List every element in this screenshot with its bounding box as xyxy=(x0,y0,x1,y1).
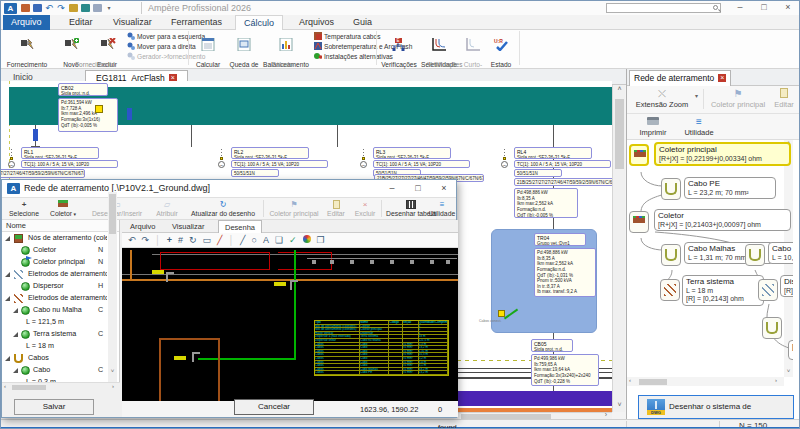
dialog-maximize-button[interactable]: □ xyxy=(406,180,430,197)
node-terra-sistema[interactable]: Terra sistemaL = 18 m [R] = [0,2143] ohm xyxy=(682,275,764,306)
rl1-ct-label[interactable]: TC[1]: 100 A / 5 A; 15 VA; 10P20 xyxy=(21,160,118,168)
node-coletor[interactable]: Coletor[R+jX] = [0,21403+j0,00097] ohm xyxy=(654,209,791,231)
grounding-tree[interactable]: Nome Nós de aterramento (cole...ColetorN… xyxy=(2,220,120,390)
graph-horizontal-scrollbar[interactable]: ‹› xyxy=(627,377,784,386)
rl2-functions-label[interactable]: 50/51/51N xyxy=(231,169,279,177)
balanceamento-button[interactable]: Balanceamento de rede xyxy=(261,31,311,61)
undo-icon[interactable]: ↶ xyxy=(43,3,55,14)
imprimir-button[interactable]: Imprimir xyxy=(633,116,673,137)
scroll-thumb[interactable] xyxy=(615,99,624,169)
excluir-fornecimento-button[interactable]: Excluir fornecimento xyxy=(89,31,125,61)
pan-icon[interactable]: + xyxy=(167,235,172,245)
utilidade-button[interactable]: ≡Utilidade xyxy=(424,199,460,219)
tr04-info-box[interactable]: Pd:498,886 kW Ib:8,35 A Ikm max:2,562 kA… xyxy=(534,248,596,297)
cb02-label[interactable]: CB02Sigla prot.:n.d. xyxy=(58,83,108,96)
coletor-button[interactable]: Coletor ▾ xyxy=(46,199,80,219)
breaker-symbol[interactable] xyxy=(127,108,132,120)
expander-icon[interactable] xyxy=(5,356,10,361)
close-button[interactable]: × xyxy=(777,1,799,14)
cabo-icon[interactable] xyxy=(745,244,765,266)
cabo-malhas-icon[interactable] xyxy=(661,244,681,266)
expander-icon[interactable] xyxy=(13,332,18,337)
qat-dropdown-icon[interactable]: ▾ xyxy=(103,3,115,14)
cb05-info-box[interactable]: Pd:499,986 kW Ib:759,65 A Ikm max:19,64 … xyxy=(531,354,599,386)
rl3-label[interactable]: RL3Sigla prot.:SF2-36-31,5k-F xyxy=(373,147,451,159)
rl2-ct-label[interactable]: TC[1]: 100 A / 5 A; 15 VA; 10P20 xyxy=(231,160,328,168)
tree-item[interactable]: ColetorN xyxy=(2,244,107,256)
paste-icon[interactable]: ❐ xyxy=(317,235,325,245)
zoom-window-icon[interactable]: # xyxy=(178,235,183,245)
novo-fornecimento-button[interactable]: Novo Fornecimento xyxy=(53,31,89,61)
tree-item[interactable]: L = 18 m xyxy=(2,340,107,352)
node-dispersor[interactable]: Disp[R] = xyxy=(780,275,793,297)
expander-icon[interactable] xyxy=(13,308,18,313)
line-icon[interactable]: ╱ xyxy=(240,235,245,245)
tab-calculo[interactable]: Cálculo xyxy=(235,15,283,30)
tree-item[interactable]: DispersorH xyxy=(2,280,107,292)
text-icon[interactable]: A xyxy=(263,235,269,245)
search-input[interactable] xyxy=(606,3,721,13)
table-icon[interactable] xyxy=(81,4,90,12)
dropdown-caret-icon[interactable]: ▾ xyxy=(695,92,698,99)
dispersor-icon[interactable] xyxy=(758,279,778,301)
copy-icon[interactable]: ❏ xyxy=(275,235,283,245)
circle-icon[interactable]: ○ xyxy=(252,235,257,245)
rl1-functions-label[interactable]: 21B/25/27/27/27/27/46/47/59/59/2/59N/67N… xyxy=(1,169,85,178)
expander-icon[interactable] xyxy=(13,368,18,373)
rl4-info-box[interactable]: Pd:498,886 kW Ib:8,35 A Ikm max:2,562 kA… xyxy=(514,188,578,218)
rotate-icon[interactable]: ↻ xyxy=(189,235,197,245)
expander-icon[interactable] xyxy=(5,272,10,277)
tree-item[interactable]: Nós de aterramento (cole... xyxy=(2,232,107,244)
rl3-ct-label[interactable]: TC[1]: 100 A / 5 A; 15 VA; 10P20 xyxy=(373,160,470,168)
save-icon[interactable] xyxy=(33,4,42,12)
tab-editar[interactable]: Editar xyxy=(61,15,101,30)
tree-item[interactable]: Coletor principalN xyxy=(2,256,107,268)
node-cabo-pe[interactable]: Cabo PEL = 23,2 m; 70 mm² xyxy=(684,177,776,199)
minimize-button[interactable]: – xyxy=(729,1,751,14)
scroll-right-icon[interactable]: › xyxy=(600,411,612,418)
cabo-icon[interactable] xyxy=(762,317,782,339)
tab-arquivo[interactable]: Arquivo xyxy=(3,15,50,30)
node-cabo[interactable]: CaboL = 10,3 xyxy=(768,242,793,264)
grounding-graph[interactable]: Coletor principal[R+jX] = [0,22199+j0,00… xyxy=(627,140,793,377)
queda-tensao-button[interactable]: Queda de tensão xyxy=(227,31,261,61)
node-fragment[interactable]: [ xyxy=(788,340,793,360)
breaker-symbol[interactable] xyxy=(33,129,38,141)
selection-handle[interactable] xyxy=(498,310,505,317)
tree-item[interactable]: Eletrodos de aterramento... xyxy=(2,292,107,304)
dwg-canvas[interactable]: TipoNomeCódigoSeçãoQuantidade/Compriment… xyxy=(122,248,458,401)
coletor-principal-icon[interactable] xyxy=(629,144,649,166)
verificacoes-button[interactable]: E Verificações xyxy=(379,31,419,61)
expander-icon[interactable] xyxy=(5,296,10,301)
dialog-minimize-button[interactable]: – xyxy=(380,180,404,197)
scroll-up-icon[interactable]: ˄ xyxy=(613,85,626,92)
rl4-functions-label[interactable]: 50/51/51N xyxy=(514,169,562,177)
measure-icon[interactable]: ╱ xyxy=(217,235,222,245)
tree-item[interactable]: CaboC xyxy=(2,364,107,376)
tree-column-nome[interactable]: Nome xyxy=(2,220,120,232)
cb05-label[interactable]: CB05Sigla prot.:n.d. xyxy=(531,339,573,352)
cabo-pe-icon[interactable] xyxy=(661,178,681,200)
tree-item[interactable]: Eletrodos de aterramento... xyxy=(2,268,107,280)
tab-guia[interactable]: Guia xyxy=(345,15,380,30)
tree-horizontal-scrollbar[interactable]: ‹› xyxy=(2,382,120,390)
rl4-label[interactable]: RL4Sigla prot.:SF2-36-31,5k-F xyxy=(514,147,592,159)
tree-vertical-scrollbar[interactable]: ˅ xyxy=(108,192,117,382)
panel-utilidade-button[interactable]: ≡Utilidade xyxy=(679,116,719,137)
cb02-info-box[interactable]: Pd:361,594 kW Ib:7,728 A Ikm max:2,496 k… xyxy=(58,98,118,132)
scroll-down-icon[interactable]: ˅ xyxy=(613,401,626,408)
panel-tab[interactable]: Rede de aterramento× xyxy=(629,70,731,86)
estado-usuario-button[interactable]: U:R Estado usuário xyxy=(487,31,515,61)
panel-close-icon[interactable]: × xyxy=(718,74,726,82)
print-icon[interactable] xyxy=(69,4,78,12)
expander-icon[interactable] xyxy=(5,236,10,241)
tree-item[interactable]: Cabos xyxy=(2,352,107,364)
selecione-button[interactable]: +Selecione xyxy=(5,199,43,219)
dialog-title-bar[interactable]: A Rede de aterramento [.\P10V2.1_Ground.… xyxy=(2,180,456,198)
tree-item[interactable]: Cabo nu MalhaC xyxy=(2,304,107,316)
maximize-button[interactable]: □ xyxy=(753,1,775,14)
mover-direita-button[interactable]: Mover para a direita xyxy=(127,42,196,51)
tab-visualizar[interactable]: Visualizar xyxy=(105,15,160,30)
export-icon[interactable] xyxy=(93,4,102,12)
fornecimento-button[interactable]: Fornecimento xyxy=(3,31,51,61)
